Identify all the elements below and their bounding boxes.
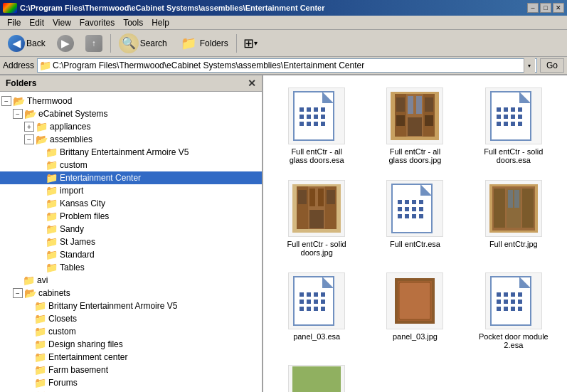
tree-label-cabinets: cabinets xyxy=(38,288,70,298)
tree-item-stjames[interactable]: 📁St James xyxy=(0,235,262,248)
expand-btn-assemblies[interactable]: − xyxy=(24,134,34,144)
menu-item-favorites[interactable]: Favorites xyxy=(75,16,119,29)
go-button[interactable]: Go xyxy=(540,58,564,73)
tree-item-brittany[interactable]: 📁Brittany Entertainment Armoire V5 xyxy=(0,146,262,159)
folders-icon: 📁 xyxy=(179,33,198,53)
svg-rect-77 xyxy=(314,300,318,304)
file-item-4[interactable]: Full entCtr - solid doors.jpg xyxy=(270,175,363,262)
svg-rect-95 xyxy=(518,300,522,304)
svg-rect-90 xyxy=(511,292,515,297)
svg-rect-64 xyxy=(494,189,505,228)
tree-item-custom[interactable]: 📁custom xyxy=(0,159,262,171)
file-item-1[interactable]: Full entCtr - all glass doors.esa xyxy=(270,83,363,169)
tree-item-entertainmentcenter2[interactable]: 📁Entertainment center xyxy=(0,351,262,364)
main-area: Folders ✕ −📂Thermwood−📂eCabinet Systems+… xyxy=(0,75,567,392)
window-icon xyxy=(3,3,17,13)
folder-tree[interactable]: −📂Thermwood−📂eCabinet Systems+📁appliance… xyxy=(0,92,262,392)
tree-item-kansascity[interactable]: 📁Kansas City xyxy=(0,197,262,210)
tree-item-custom2[interactable]: 📁custom xyxy=(0,325,262,338)
tree-item-closets[interactable]: 📁Closets xyxy=(0,312,262,325)
back-button[interactable]: ◀ Back xyxy=(3,33,51,54)
forward-button[interactable]: ▶ xyxy=(52,33,79,54)
tree-item-sandy[interactable]: 📁Sandy xyxy=(0,223,262,235)
tree-label-forums: Forums xyxy=(48,378,78,388)
menu-item-view[interactable]: View xyxy=(48,16,75,29)
menu-item-edit[interactable]: Edit xyxy=(25,16,48,29)
menu-item-tools[interactable]: Tools xyxy=(119,16,147,29)
svg-rect-43 xyxy=(309,189,315,206)
tree-item-designsharing[interactable]: 📁Design sharing files xyxy=(0,338,262,351)
svg-rect-47 xyxy=(327,190,335,204)
tree-item-avi[interactable]: 📁avi xyxy=(0,274,262,287)
svg-rect-55 xyxy=(405,207,409,211)
tree-label-appliances: appliances xyxy=(50,122,90,132)
tree-item-brittany2[interactable]: 📁Brittany Entertainment Armoire V5 xyxy=(0,300,262,312)
svg-rect-28 xyxy=(504,107,508,112)
tree-item-entertainment[interactable]: 📁Entertainment Center xyxy=(0,171,262,184)
expand-btn-thermwood[interactable]: − xyxy=(1,96,11,106)
tree-item-ecabinet[interactable]: −📂eCabinet Systems xyxy=(0,107,262,120)
forward-icon: ▶ xyxy=(57,35,74,52)
svg-rect-44 xyxy=(318,189,324,206)
folder-icon-sandy: 📁 xyxy=(46,223,58,235)
tree-item-problemfiles[interactable]: 📁Problem files xyxy=(0,210,262,223)
file-item-3[interactable]: Full entCtr - solid doors.esa xyxy=(467,83,560,169)
tree-label-ecabinet: eCabinet Systems xyxy=(38,109,107,119)
folder-icon-avi: 📁 xyxy=(23,275,35,286)
svg-rect-30 xyxy=(518,107,522,112)
tree-label-entertainment: Entertainment Center xyxy=(60,173,141,183)
file-item-2[interactable]: Full entCtr - all glass doors.jpg xyxy=(369,83,461,169)
separator-2 xyxy=(236,34,237,53)
folders-button[interactable]: 📁 Folders xyxy=(174,33,233,54)
expand-btn-appliances[interactable]: + xyxy=(24,122,34,132)
svg-rect-96 xyxy=(497,307,501,311)
svg-rect-46 xyxy=(298,190,307,204)
svg-rect-31 xyxy=(497,115,501,119)
tree-item-appliances[interactable]: +📁appliances xyxy=(0,120,262,133)
file-thumbnail-5 xyxy=(386,180,443,237)
file-item-9[interactable]: Pocket door module 2.esa xyxy=(467,267,560,354)
menu-item-file[interactable]: File xyxy=(3,16,25,29)
title-bar-left: C:\Program Files\Thermwood\eCabinet Syst… xyxy=(3,3,325,13)
maximize-button[interactable]: □ xyxy=(540,3,551,13)
file-name-3: Full entCtr - solid doors.esa xyxy=(478,147,549,164)
svg-rect-100 xyxy=(292,366,341,392)
tree-label-designsharing: Design sharing files xyxy=(48,339,123,349)
folder-icon-farmbasement: 📁 xyxy=(34,364,46,376)
tree-item-glassdoors[interactable]: 📁Glass doors xyxy=(0,389,262,392)
expand-btn-ecabinet[interactable]: − xyxy=(13,109,23,119)
file-item-5[interactable]: Full entCtr.esa xyxy=(369,175,461,262)
svg-rect-23 xyxy=(396,115,405,126)
minimize-button[interactable]: – xyxy=(527,3,539,13)
tree-item-cabinets[interactable]: −📂cabinets xyxy=(0,287,262,300)
menu-item-help[interactable]: Help xyxy=(147,16,174,29)
close-button[interactable]: ✕ xyxy=(553,3,564,13)
tree-item-tables[interactable]: 📁Tables xyxy=(0,261,262,274)
tree-item-farmbasement[interactable]: 📁Farm basement xyxy=(0,364,262,376)
address-input[interactable] xyxy=(53,60,524,70)
svg-rect-97 xyxy=(504,307,508,311)
svg-rect-6 xyxy=(300,115,304,119)
separator-1 xyxy=(110,34,111,53)
tree-item-import[interactable]: 📁import xyxy=(0,184,262,197)
expand-btn-cabinets[interactable]: − xyxy=(13,288,23,298)
up-button[interactable]: ↑ xyxy=(80,33,107,54)
svg-rect-72 xyxy=(307,292,311,297)
tree-item-thermwood[interactable]: −📂Thermwood xyxy=(0,95,262,107)
svg-rect-67 xyxy=(508,190,513,208)
tree-item-forums[interactable]: 📁Forums xyxy=(0,376,262,389)
file-item-7[interactable]: panel_03.esa xyxy=(270,267,363,354)
file-item-8[interactable]: panel_03.jpg xyxy=(369,267,461,354)
file-item-6[interactable]: Full entCtr.jpg xyxy=(467,175,560,262)
svg-rect-61 xyxy=(419,214,423,218)
folder-icon-assemblies: 📂 xyxy=(36,134,48,145)
file-thumbnail-1 xyxy=(288,88,345,144)
files-panel[interactable]: Full entCtr - all glass doors.esa Full e… xyxy=(263,75,567,392)
folders-panel-close[interactable]: ✕ xyxy=(248,78,256,89)
search-button[interactable]: 🔍 Search xyxy=(114,33,172,54)
address-dropdown-button[interactable]: ▾ xyxy=(524,58,535,73)
tree-item-standard[interactable]: 📁Standard xyxy=(0,248,262,261)
views-button[interactable]: ⊞ ▾ xyxy=(240,33,261,54)
tree-item-assemblies[interactable]: −📂assemblies xyxy=(0,133,262,146)
file-item-partial[interactable] xyxy=(270,360,363,392)
